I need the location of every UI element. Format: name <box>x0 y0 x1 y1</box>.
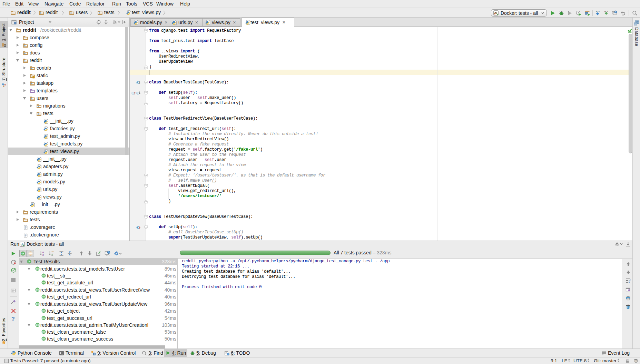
svg-text:OK: OK <box>42 282 45 284</box>
svg-text:di: di <box>21 242 23 246</box>
svg-text:OK: OK <box>36 324 39 326</box>
svg-text:OK: OK <box>36 268 39 270</box>
svg-text:OK: OK <box>42 338 45 340</box>
svg-text:OK: OK <box>42 275 45 277</box>
svg-text:OK: OK <box>36 303 39 305</box>
svg-text:OK: OK <box>28 261 30 263</box>
svg-text:z: z <box>42 253 44 256</box>
svg-text:VCS: VCS <box>595 10 599 12</box>
svg-text:OK: OK <box>36 289 39 291</box>
svg-text:OK: OK <box>42 296 45 298</box>
svg-text:OK: OK <box>42 331 45 333</box>
svg-text:OK: OK <box>21 253 24 255</box>
svg-text:OK: OK <box>42 317 45 319</box>
svg-text:OK: OK <box>42 310 45 312</box>
svg-text:di: di <box>494 11 497 15</box>
